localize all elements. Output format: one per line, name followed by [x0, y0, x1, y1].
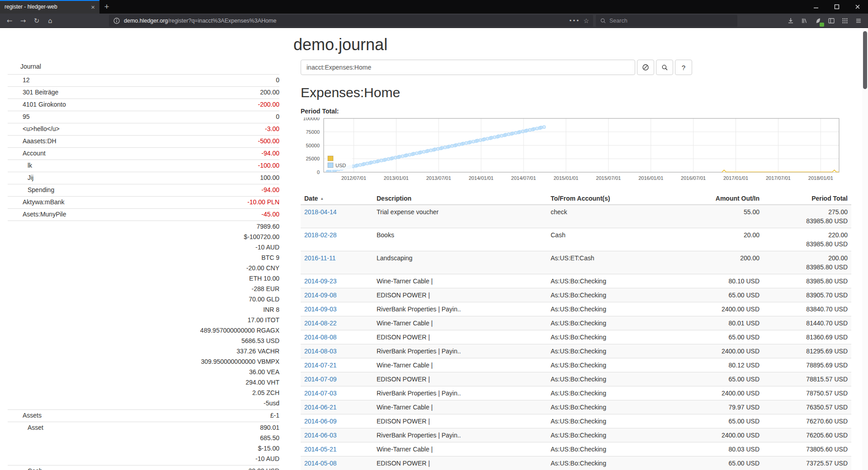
account-name[interactable]: Aktywa:mBank: [8, 197, 65, 207]
bookmark-star-icon[interactable]: ☆: [583, 17, 589, 24]
account-balance: -3.00: [265, 124, 279, 134]
sidebar-toggle-button[interactable]: [825, 14, 838, 27]
menu-button[interactable]: [852, 14, 865, 27]
transaction-date-link[interactable]: 2014-07-21: [304, 362, 337, 369]
download-button[interactable]: [784, 14, 797, 27]
page-scrollbar[interactable]: [862, 28, 868, 470]
account-balance: 7989.60$-100720.00-10 AUDBTC 9-20.00 CNY…: [200, 221, 279, 409]
transaction-date-cell: 2014-06-09: [301, 414, 373, 428]
tab-close-icon[interactable]: ×: [91, 4, 95, 10]
transaction-date-link[interactable]: 2014-06-21: [304, 404, 337, 411]
account-name[interactable]: <u>hello</u>: [8, 124, 60, 134]
account-row[interactable]: Spending-94.00: [8, 184, 279, 196]
account-name[interactable]: Asets:MunyPile: [8, 209, 66, 220]
transaction-date-link[interactable]: 2014-09-23: [304, 277, 337, 285]
account-row[interactable]: <u>hello</u>-3.00: [8, 123, 279, 135]
account-balance: 0: [276, 75, 279, 85]
account-balance: 0: [276, 112, 279, 122]
transaction-date-link[interactable]: 2014-08-03: [304, 348, 337, 355]
account-row[interactable]: 120: [8, 74, 279, 86]
account-name[interactable]: Asset: [8, 423, 43, 433]
search-button[interactable]: [656, 60, 673, 75]
window-close-button[interactable]: [847, 0, 868, 14]
svg-text:50000: 50000: [306, 143, 320, 148]
extension-button[interactable]: [811, 14, 825, 27]
transaction-amount: 79.97 USD: [710, 400, 763, 414]
account-name[interactable]: Spending: [8, 185, 54, 195]
page-viewport: demo.journal Journal 120301 Beiträge200.…: [0, 28, 868, 470]
transaction-date-link[interactable]: 2014-05-08: [304, 460, 337, 467]
account-name[interactable]: Assets: [8, 410, 42, 421]
account-row[interactable]: Asets:MunyPile-45.00: [8, 208, 279, 221]
transaction-date-link[interactable]: 2018-02-28: [304, 231, 337, 239]
account-name[interactable]: Jij: [8, 173, 33, 183]
scrollbar-thumb[interactable]: [863, 31, 867, 89]
account-row[interactable]: Account-94.00: [8, 147, 279, 160]
help-button[interactable]: ?: [675, 60, 692, 75]
account-name[interactable]: Aaasets:DH: [8, 136, 57, 146]
transaction-account: As:US:Bo:Checking: [547, 302, 710, 316]
balance-amount: ETH 10.00: [200, 273, 279, 284]
balance-amount: 685.50: [255, 433, 279, 443]
library-button[interactable]: [797, 14, 811, 27]
url-bar[interactable]: demo.hledger.org/register?q=inacct%3AExp…: [109, 15, 593, 27]
browser-search-box[interactable]: Search: [596, 15, 737, 27]
transaction-date-link[interactable]: 2014-08-22: [304, 320, 337, 327]
browser-tab[interactable]: register - hledger-web ×: [0, 0, 99, 14]
extension-badge: [820, 23, 824, 27]
back-button[interactable]: ←: [3, 14, 16, 27]
transaction-date-link[interactable]: 2014-05-21: [304, 446, 337, 453]
transaction-amount: 20.00: [710, 228, 763, 251]
journal-link[interactable]: Journal: [8, 61, 279, 74]
transaction-date-link[interactable]: 2016-11-11: [304, 254, 336, 262]
period-total: 76270.60 USD: [763, 414, 851, 428]
window-maximize-button[interactable]: [826, 0, 847, 14]
query-input[interactable]: [301, 60, 635, 75]
account-row[interactable]: Cash-30.00 USD-117.00: [8, 465, 279, 470]
transaction-amount: 200.00: [710, 251, 763, 274]
account-row[interactable]: Aaasets:DH-500.00: [8, 135, 279, 147]
account-name[interactable]: 301 Beiträge: [8, 87, 58, 98]
reload-button[interactable]: ↻: [30, 14, 43, 27]
account-row[interactable]: Jij100.00: [8, 172, 279, 184]
account-name[interactable]: 12: [8, 75, 30, 85]
query-form: ?: [301, 60, 851, 75]
account-row[interactable]: 7989.60$-100720.00-10 AUDBTC 9-20.00 CNY…: [8, 221, 279, 409]
account-name[interactable]: lk: [8, 160, 32, 171]
transaction-date-link[interactable]: 2018-04-14: [304, 208, 337, 216]
account-name[interactable]: 95: [8, 112, 30, 122]
account-row[interactable]: Asset890.01685.50$-15.00-10 AUD: [8, 422, 279, 465]
column-header-description: Description: [373, 193, 547, 205]
transaction-date-link[interactable]: 2014-06-09: [304, 418, 337, 425]
clear-query-button[interactable]: [637, 60, 654, 75]
home-button[interactable]: ⌂: [43, 14, 57, 27]
account-name[interactable]: 4101 Girokonto: [8, 99, 66, 110]
site-info-icon[interactable]: [113, 17, 120, 24]
transaction-amount: 80.01 USD: [710, 316, 763, 330]
window-minimize-button[interactable]: [806, 0, 826, 14]
account-name[interactable]: Account: [8, 148, 46, 159]
tab-bar: register - hledger-web × +: [0, 0, 868, 14]
balance-amount: -20.00 CNY: [200, 263, 279, 273]
account-row[interactable]: 4101 Girokonto-200.00: [8, 99, 279, 111]
transaction-date-link[interactable]: 2014-09-08: [304, 291, 337, 299]
transaction-date-link[interactable]: 2014-07-09: [304, 376, 337, 383]
new-tab-button[interactable]: +: [99, 0, 114, 14]
forward-button[interactable]: →: [16, 14, 30, 27]
transaction-amount: 65.00 USD: [710, 288, 763, 302]
account-row[interactable]: Assets£-1: [8, 409, 279, 422]
apps-grid-button[interactable]: [838, 14, 852, 27]
transaction-account: As:US:Bo:Checking: [547, 386, 710, 400]
transaction-date-link[interactable]: 2014-08-08: [304, 334, 337, 341]
account-name[interactable]: Cash: [8, 466, 42, 470]
account-row[interactable]: Aktywa:mBank-10.00 PLN: [8, 196, 279, 208]
account-row[interactable]: 950: [8, 111, 279, 123]
column-header-date[interactable]: Date▲: [301, 193, 373, 205]
period-total: 275.0083985.80 USD: [763, 205, 851, 228]
transaction-date-link[interactable]: 2014-07-03: [304, 390, 337, 397]
account-row[interactable]: lk-100.00: [8, 160, 279, 172]
transaction-date-link[interactable]: 2014-09-03: [304, 306, 337, 313]
account-row[interactable]: 301 Beiträge200.00: [8, 86, 279, 99]
page-actions-icon[interactable]: •••: [569, 18, 580, 24]
transaction-date-link[interactable]: 2014-06-03: [304, 432, 337, 439]
